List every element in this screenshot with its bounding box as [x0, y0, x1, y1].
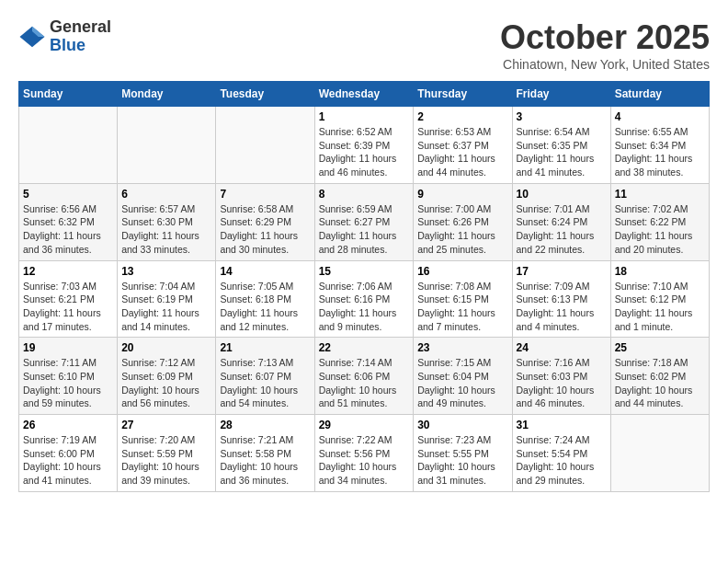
- day-info: Sunrise: 6:57 AM Sunset: 6:30 PM Dayligh…: [121, 202, 211, 257]
- day-info: Sunrise: 7:08 AM Sunset: 6:15 PM Dayligh…: [417, 280, 507, 334]
- day-number: 23: [417, 341, 507, 354]
- day-info: Sunrise: 7:09 AM Sunset: 6:13 PM Dayligh…: [517, 280, 607, 334]
- header-saturday: Saturday: [610, 82, 709, 107]
- day-number: 2: [417, 110, 507, 123]
- calendar-cell: 19Sunrise: 7:11 AM Sunset: 6:10 PM Dayli…: [19, 338, 118, 415]
- day-number: 19: [23, 341, 113, 354]
- calendar-cell: 9Sunrise: 7:00 AM Sunset: 6:26 PM Daylig…: [414, 183, 512, 260]
- day-info: Sunrise: 7:00 AM Sunset: 6:26 PM Dayligh…: [417, 202, 507, 257]
- day-number: 12: [23, 265, 113, 278]
- day-number: 7: [220, 188, 310, 201]
- day-number: 26: [23, 419, 113, 431]
- day-info: Sunrise: 6:53 AM Sunset: 6:37 PM Dayligh…: [417, 125, 507, 179]
- day-number: 31: [517, 419, 607, 431]
- day-info: Sunrise: 7:10 AM Sunset: 6:12 PM Dayligh…: [615, 280, 705, 334]
- calendar-cell: 16Sunrise: 7:08 AM Sunset: 6:15 PM Dayli…: [414, 260, 512, 338]
- calendar-cell: [118, 107, 216, 184]
- calendar-week-2: 5Sunrise: 6:56 AM Sunset: 6:32 PM Daylig…: [19, 183, 710, 260]
- day-number: 13: [121, 265, 211, 278]
- logo-blue: Blue: [50, 37, 111, 55]
- day-number: 3: [517, 110, 607, 123]
- calendar-week-1: 1Sunrise: 6:52 AM Sunset: 6:39 PM Daylig…: [19, 107, 710, 184]
- day-number: 27: [121, 419, 211, 431]
- day-info: Sunrise: 6:54 AM Sunset: 6:35 PM Dayligh…: [517, 125, 607, 179]
- day-number: 22: [319, 341, 410, 354]
- header-tuesday: Tuesday: [216, 82, 314, 107]
- calendar-cell: 8Sunrise: 6:59 AM Sunset: 6:27 PM Daylig…: [314, 183, 414, 260]
- day-info: Sunrise: 6:56 AM Sunset: 6:32 PM Dayligh…: [23, 202, 113, 257]
- calendar-week-5: 26Sunrise: 7:19 AM Sunset: 6:00 PM Dayli…: [19, 415, 710, 492]
- calendar-cell: 7Sunrise: 6:58 AM Sunset: 6:29 PM Daylig…: [216, 183, 314, 260]
- location: Chinatown, New York, United States: [500, 57, 710, 72]
- calendar-cell: 18Sunrise: 7:10 AM Sunset: 6:12 PM Dayli…: [610, 260, 709, 338]
- calendar-cell: 5Sunrise: 6:56 AM Sunset: 6:32 PM Daylig…: [19, 183, 118, 260]
- day-number: 28: [220, 419, 310, 431]
- day-number: 24: [517, 341, 607, 354]
- day-info: Sunrise: 7:05 AM Sunset: 6:18 PM Dayligh…: [220, 280, 310, 334]
- month-title: October 2025: [500, 18, 710, 57]
- day-info: Sunrise: 7:22 AM Sunset: 5:56 PM Dayligh…: [319, 433, 410, 488]
- day-info: Sunrise: 7:13 AM Sunset: 6:07 PM Dayligh…: [220, 356, 310, 410]
- calendar-cell: 1Sunrise: 6:52 AM Sunset: 6:39 PM Daylig…: [314, 107, 414, 184]
- day-info: Sunrise: 7:14 AM Sunset: 6:06 PM Dayligh…: [319, 356, 410, 410]
- calendar-cell: 14Sunrise: 7:05 AM Sunset: 6:18 PM Dayli…: [216, 260, 314, 338]
- day-number: 20: [121, 341, 211, 354]
- calendar-cell: 10Sunrise: 7:01 AM Sunset: 6:24 PM Dayli…: [512, 183, 610, 260]
- calendar-cell: [19, 107, 118, 184]
- calendar-cell: 20Sunrise: 7:12 AM Sunset: 6:09 PM Dayli…: [118, 338, 216, 415]
- day-info: Sunrise: 7:01 AM Sunset: 6:24 PM Dayligh…: [517, 202, 607, 257]
- calendar-cell: 4Sunrise: 6:55 AM Sunset: 6:34 PM Daylig…: [610, 107, 709, 184]
- day-info: Sunrise: 7:12 AM Sunset: 6:09 PM Dayligh…: [121, 356, 211, 410]
- day-info: Sunrise: 7:23 AM Sunset: 5:55 PM Dayligh…: [417, 433, 507, 488]
- calendar-cell: 23Sunrise: 7:15 AM Sunset: 6:04 PM Dayli…: [414, 338, 512, 415]
- day-info: Sunrise: 7:20 AM Sunset: 5:59 PM Dayligh…: [121, 433, 211, 488]
- logo: General Blue: [18, 18, 111, 55]
- title-section: October 2025 Chinatown, New York, United…: [500, 18, 710, 72]
- day-number: 30: [417, 419, 507, 431]
- calendar-cell: 17Sunrise: 7:09 AM Sunset: 6:13 PM Dayli…: [512, 260, 610, 338]
- calendar-cell: 15Sunrise: 7:06 AM Sunset: 6:16 PM Dayli…: [314, 260, 414, 338]
- logo-icon: [18, 23, 46, 51]
- day-number: 15: [319, 265, 410, 278]
- header-thursday: Thursday: [414, 82, 512, 107]
- header-friday: Friday: [512, 82, 610, 107]
- header-wednesday: Wednesday: [314, 82, 414, 107]
- day-number: 6: [121, 188, 211, 201]
- calendar-week-3: 12Sunrise: 7:03 AM Sunset: 6:21 PM Dayli…: [19, 260, 710, 338]
- day-info: Sunrise: 6:59 AM Sunset: 6:27 PM Dayligh…: [319, 202, 410, 257]
- day-number: 4: [615, 110, 705, 123]
- calendar-cell: 29Sunrise: 7:22 AM Sunset: 5:56 PM Dayli…: [314, 415, 414, 492]
- header-sunday: Sunday: [19, 82, 118, 107]
- day-info: Sunrise: 7:19 AM Sunset: 6:00 PM Dayligh…: [23, 433, 113, 488]
- calendar-cell: 31Sunrise: 7:24 AM Sunset: 5:54 PM Dayli…: [512, 415, 610, 492]
- day-number: 18: [615, 265, 705, 278]
- day-info: Sunrise: 7:24 AM Sunset: 5:54 PM Dayligh…: [517, 433, 607, 488]
- calendar-cell: [216, 107, 314, 184]
- day-info: Sunrise: 7:03 AM Sunset: 6:21 PM Dayligh…: [23, 280, 113, 334]
- day-number: 14: [220, 265, 310, 278]
- calendar-cell: 28Sunrise: 7:21 AM Sunset: 5:58 PM Dayli…: [216, 415, 314, 492]
- calendar-cell: 24Sunrise: 7:16 AM Sunset: 6:03 PM Dayli…: [512, 338, 610, 415]
- day-number: 11: [615, 188, 705, 201]
- logo-text: General Blue: [50, 18, 111, 55]
- day-number: 17: [517, 265, 607, 278]
- day-number: 9: [417, 188, 507, 201]
- day-number: 5: [23, 188, 113, 201]
- page-header: General Blue October 2025 Chinatown, New…: [18, 18, 710, 72]
- calendar-cell: 30Sunrise: 7:23 AM Sunset: 5:55 PM Dayli…: [414, 415, 512, 492]
- day-info: Sunrise: 7:06 AM Sunset: 6:16 PM Dayligh…: [319, 280, 410, 334]
- day-info: Sunrise: 6:52 AM Sunset: 6:39 PM Dayligh…: [319, 125, 410, 179]
- day-info: Sunrise: 6:55 AM Sunset: 6:34 PM Dayligh…: [615, 125, 705, 179]
- day-info: Sunrise: 7:02 AM Sunset: 6:22 PM Dayligh…: [615, 202, 705, 257]
- calendar-week-4: 19Sunrise: 7:11 AM Sunset: 6:10 PM Dayli…: [19, 338, 710, 415]
- calendar-cell: 6Sunrise: 6:57 AM Sunset: 6:30 PM Daylig…: [118, 183, 216, 260]
- day-number: 25: [615, 341, 705, 354]
- calendar-cell: 21Sunrise: 7:13 AM Sunset: 6:07 PM Dayli…: [216, 338, 314, 415]
- calendar-cell: 11Sunrise: 7:02 AM Sunset: 6:22 PM Dayli…: [610, 183, 709, 260]
- calendar-table: SundayMondayTuesdayWednesdayThursdayFrid…: [18, 81, 710, 492]
- calendar-header-row: SundayMondayTuesdayWednesdayThursdayFrid…: [19, 82, 710, 107]
- calendar-cell: 25Sunrise: 7:18 AM Sunset: 6:02 PM Dayli…: [610, 338, 709, 415]
- day-number: 10: [517, 188, 607, 201]
- calendar-cell: 13Sunrise: 7:04 AM Sunset: 6:19 PM Dayli…: [118, 260, 216, 338]
- day-info: Sunrise: 7:16 AM Sunset: 6:03 PM Dayligh…: [517, 356, 607, 410]
